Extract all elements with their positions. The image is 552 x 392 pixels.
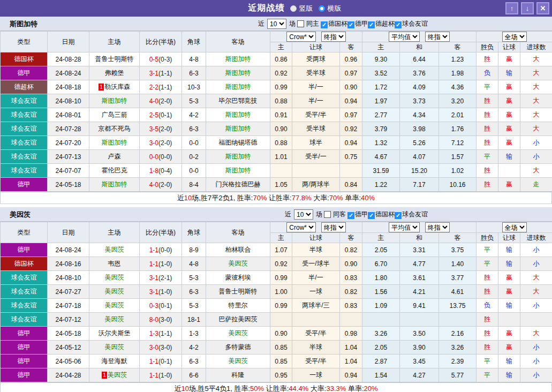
home-team-cell: 卢森: [89, 150, 140, 164]
radio-horizontal-layout[interactable]: 横版: [319, 4, 342, 13]
radio-horizontal-icon[interactable]: [319, 5, 325, 12]
odds-stage-select[interactable]: 终指: [321, 222, 346, 232]
odds-group-header: Crow* 终指: [270, 222, 362, 233]
home-team-cell: 沃尔夫斯堡: [89, 327, 140, 341]
league-cell: 德国杯: [1, 52, 48, 66]
match-count-select[interactable]: 10: [267, 19, 286, 29]
col-corner: 角球: [182, 32, 206, 52]
avg-select[interactable]: 平均值: [389, 32, 420, 42]
avg-draw-cell: 15.20: [400, 164, 439, 178]
avg-home-cell: 6.70: [362, 257, 400, 271]
league-cell: 德超杯: [1, 80, 48, 94]
matches-table: 类型 日期 主场 比分(半场) 角球 客场 Crow* 终指 平均值 终指: [0, 31, 552, 192]
league-checkbox[interactable]: [395, 21, 402, 28]
close-button[interactable]: ✕: [536, 2, 549, 14]
col-score: 比分(半场): [140, 222, 182, 243]
result-handicap-cell: 赢: [498, 136, 520, 150]
summary-part: 77.8%: [292, 194, 312, 202]
odds-away-cell: [340, 164, 362, 178]
bookmaker-select[interactable]: Crow*: [286, 222, 316, 232]
summary-part: 70%: [329, 194, 343, 202]
same-venue-checkbox[interactable]: [324, 211, 331, 218]
col-date: 日期: [48, 32, 89, 52]
summary-part: 大率:: [312, 194, 329, 202]
odds-home-cell: 0.92: [270, 66, 292, 80]
avg-away-cell: 4.36: [439, 80, 477, 94]
odds-home-cell: 1.01: [270, 150, 292, 164]
radio-vertical-icon[interactable]: [290, 5, 297, 12]
avg-stage-select[interactable]: 终指: [425, 222, 450, 232]
col-odds-away: 客: [340, 42, 362, 52]
handicap-cell: 受半/一: [292, 150, 340, 164]
away-team-cell: 美因茨: [206, 355, 270, 368]
avg-select[interactable]: 平均值: [389, 222, 420, 232]
corner-cell: 10-3: [182, 80, 206, 94]
league-checkbox[interactable]: [321, 21, 328, 28]
odds-stage-select[interactable]: 终指: [321, 32, 346, 42]
away-team-cell: 多特蒙德: [206, 341, 270, 355]
league-cell: 德国杯: [1, 257, 48, 271]
odds-home-cell: 0.99: [270, 299, 292, 313]
league-cell: 球会友谊: [1, 313, 48, 327]
league-checkbox[interactable]: [347, 21, 354, 28]
move-up-button[interactable]: ↑: [505, 2, 518, 14]
scope-select[interactable]: 全场: [502, 32, 527, 42]
away-team-cell: 蒙彼利埃: [206, 271, 270, 285]
avg-draw-cell: 3.76: [400, 66, 439, 80]
away-team-cell: 斯图加特: [206, 150, 270, 164]
league-filter-label: 德国杯: [375, 210, 395, 218]
avg-away-cell: 1.40: [439, 257, 477, 271]
odds-away-cell: 0.82: [340, 243, 362, 257]
col-away: 客场: [206, 222, 270, 243]
home-team-cell: 斯图加特: [89, 136, 140, 150]
summary-part: 50%: [250, 385, 264, 392]
result-handicap-cell: 输: [498, 355, 520, 368]
home-team-cell: 韦恩: [89, 257, 140, 271]
odds-away-cell: [340, 313, 362, 327]
result-wdl-cell: 胜: [477, 271, 498, 285]
col-result-handicap: 让球: [498, 233, 520, 243]
summary-part: 场,胜5平4负1, 胜率:: [189, 385, 250, 392]
result-handicap-cell: 赢: [498, 52, 520, 66]
result-goals-cell: 小: [520, 341, 552, 355]
handicap-cell: 受一/球半: [292, 257, 340, 271]
away-team-cell: 斯图加特: [206, 66, 270, 80]
league-checkbox[interactable]: [347, 212, 354, 219]
summary-text: 近10场,胜5平4负1, 胜率:50% 让胜率:44.4% 大率:33.3% 单…: [0, 382, 552, 392]
odds-home-cell: 0.86: [270, 52, 292, 66]
radio-vertical-layout[interactable]: 竖版: [290, 4, 313, 13]
avg-home-cell: 1.80: [362, 271, 400, 285]
match-row: 德国杯24-08-28普鲁士明斯特0-5(0-3)4-8斯图加特0.86受两球0…: [1, 52, 552, 66]
avg-draw-cell: 3.45: [400, 355, 439, 368]
bookmaker-select[interactable]: Crow*: [286, 32, 316, 42]
match-row: 球会友谊24-07-28京都不死鸟3-5(2-0)6-3斯图加特0.90受半球0…: [1, 122, 552, 136]
avg-stage-select[interactable]: 终指: [425, 32, 450, 42]
date-cell: 24-05-12: [48, 341, 89, 355]
same-venue-checkbox[interactable]: [297, 20, 304, 27]
avg-away-cell: [439, 313, 477, 327]
col-type: 类型: [1, 222, 48, 243]
league-cell: 球会友谊: [1, 285, 48, 299]
result-group-header: 全场: [477, 32, 552, 42]
odds-home-cell: 0.95: [270, 368, 292, 382]
date-cell: 24-07-27: [48, 285, 89, 299]
avg-away-cell: 2.39: [439, 355, 477, 368]
league-checkbox[interactable]: [395, 212, 402, 219]
col-type: 类型: [1, 32, 48, 52]
handicap-cell: 半/一: [292, 271, 340, 285]
match-rows: 德甲24-08-24美因茨1-1(0-0)8-9柏林联合1.07半球0.822.…: [1, 243, 552, 382]
avg-home-cell: 1.54: [362, 368, 400, 382]
league-checkbox[interactable]: [368, 21, 375, 28]
avg-home-cell: 1.56: [362, 285, 400, 299]
score-cell: 1-3(1-1): [140, 327, 182, 341]
match-count-select[interactable]: 10: [294, 209, 313, 220]
league-checkbox[interactable]: [368, 212, 375, 219]
move-down-button[interactable]: ↓: [521, 2, 534, 14]
score-cell: 0-0(0-0): [140, 150, 182, 164]
scope-select[interactable]: 全场: [502, 222, 527, 232]
col-handicap: 让球: [292, 233, 340, 243]
date-cell: 24-08-16: [48, 257, 89, 271]
date-cell: 24-08-01: [48, 108, 89, 122]
result-goals-cell: 大: [520, 94, 552, 108]
result-goals-cell: 小: [520, 150, 552, 164]
